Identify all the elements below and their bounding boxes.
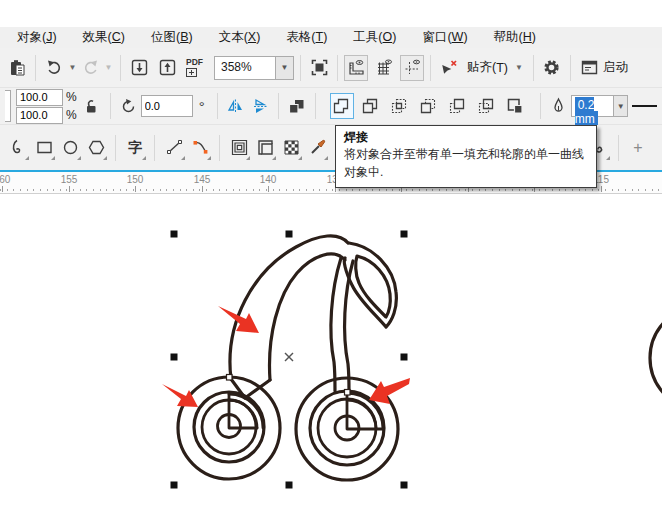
mirror-vertical-button[interactable] <box>248 93 272 119</box>
remove-back-icon <box>448 97 467 116</box>
boundary-button[interactable] <box>504 93 528 119</box>
toggle-rulers-button[interactable] <box>344 55 368 81</box>
snap-dropdown-arrow: ▼ <box>514 63 524 72</box>
gear-icon <box>542 58 561 77</box>
to-front-icon <box>287 97 306 116</box>
snap-to-menu[interactable]: 贴齐(T) ▼ <box>464 55 527 81</box>
export-button[interactable] <box>155 55 179 81</box>
separator <box>115 135 116 161</box>
ruler-minor-ticks <box>0 189 662 191</box>
import-icon <box>130 58 149 77</box>
outline-style-preview[interactable] <box>632 105 657 107</box>
degree-symbol: ° <box>199 98 205 115</box>
trim-button[interactable] <box>359 93 383 119</box>
line-tool-icon <box>165 138 184 157</box>
pattern-fill-tool[interactable] <box>278 133 304 163</box>
unlock-icon <box>82 97 101 116</box>
lock-ratio-button[interactable] <box>80 93 104 119</box>
outline-width-combo[interactable]: 0.2 mm ▼ <box>571 95 629 117</box>
order-button[interactable] <box>285 93 309 119</box>
arrow-stem <box>218 306 259 333</box>
offscreen-circle-object[interactable] <box>650 306 662 410</box>
scale-x-field[interactable] <box>16 89 63 106</box>
weld-tooltip: 焊接 将对象合并至带有单一填充和轮廓的单一曲线对象中. <box>335 125 597 188</box>
simplify-button[interactable] <box>417 93 441 119</box>
title-bar <box>0 0 662 27</box>
launch-icon <box>580 58 599 77</box>
launch-button[interactable]: 启动 <box>577 55 631 81</box>
redo-dropdown[interactable]: ▼ <box>102 55 114 81</box>
mirror-horizontal-button[interactable] <box>224 93 248 119</box>
polygon-tool[interactable] <box>83 133 109 163</box>
eyedropper-tool[interactable] <box>304 133 330 163</box>
menu-tools[interactable]: 工具(O) <box>340 27 409 48</box>
line-tool[interactable] <box>161 133 187 163</box>
menu-bitmaps[interactable]: 位图(B) <box>138 27 206 48</box>
ellipse-tool[interactable] <box>57 133 83 163</box>
property-bar: % % ° <box>0 88 662 125</box>
shadow-tool[interactable] <box>252 133 278 163</box>
menu-bar: 对象(J) 效果(C) 位图(B) 文本(X) 表格(T) 工具(O) 窗口(W… <box>0 27 662 48</box>
scale-y-field[interactable] <box>16 107 63 124</box>
zoom-dropdown-arrow[interactable]: ▼ <box>275 57 293 79</box>
curve-nodes[interactable] <box>227 375 351 396</box>
publish-pdf-button[interactable]: PDF <box>183 55 206 81</box>
remove-back-button[interactable] <box>446 93 470 119</box>
add-tool-button[interactable]: + <box>625 133 651 163</box>
contour-tool[interactable] <box>226 133 252 163</box>
menu-table[interactable]: 表格(T) <box>273 27 340 48</box>
menu-effects[interactable]: 效果(C) <box>70 27 138 48</box>
outline-width-dropdown[interactable]: ▼ <box>613 96 627 116</box>
fullscreen-preview-button[interactable] <box>307 55 331 81</box>
import-button[interactable] <box>127 55 151 81</box>
text-tool-icon: 字 <box>128 139 142 157</box>
rectangle-icon <box>35 138 54 157</box>
selection-center-marker[interactable] <box>285 353 293 361</box>
paste-button[interactable] <box>5 55 29 81</box>
outline-pen-wrap <box>547 93 571 119</box>
selection-handles[interactable] <box>171 231 408 489</box>
text-tool[interactable]: 字 <box>122 133 148 163</box>
zoom-level-value[interactable]: 358% <box>215 57 267 79</box>
separator <box>35 55 36 81</box>
toggle-grid-button[interactable] <box>372 55 396 81</box>
freehand-tool[interactable] <box>5 133 31 163</box>
menu-text[interactable]: 文本(X) <box>206 27 274 48</box>
undo-dropdown[interactable]: ▼ <box>66 55 78 81</box>
arrow-left-cherry <box>162 384 198 407</box>
intersect-icon <box>390 97 409 116</box>
contour-icon <box>230 138 249 157</box>
undo-button[interactable] <box>42 55 66 81</box>
fullscreen-icon <box>310 58 329 77</box>
freehand-icon <box>9 138 28 157</box>
export-icon <box>158 58 177 77</box>
eyedropper-icon <box>308 138 327 157</box>
separator <box>430 55 431 81</box>
drawing-canvas[interactable] <box>0 194 662 516</box>
remove-front-icon <box>477 97 496 116</box>
coreldraw-window: { "menu": { "items": [ {"pre":"对象(","key… <box>0 0 662 516</box>
standard-toolbar: ▼ ▼ PDF 358% ▼ 贴齐(T) ▼ <box>0 48 662 88</box>
separator <box>120 55 121 81</box>
bezier-tool[interactable] <box>187 133 213 163</box>
rotation-angle-field[interactable] <box>141 95 193 117</box>
menu-help[interactable]: 帮助(H) <box>481 27 549 48</box>
separator <box>278 93 279 119</box>
shadow-icon <box>256 138 275 157</box>
weld-button[interactable] <box>330 93 354 119</box>
menu-object[interactable]: 对象(J) <box>4 27 70 48</box>
snap-off-button[interactable] <box>437 55 461 81</box>
intersect-button[interactable] <box>388 93 412 119</box>
redo-button[interactable] <box>78 55 102 81</box>
remove-front-button[interactable] <box>475 93 499 119</box>
rotation-icon-wrap <box>117 93 141 119</box>
simplify-icon <box>419 97 438 116</box>
tooltip-title: 焊接 <box>344 129 588 146</box>
separator <box>217 93 218 119</box>
separator <box>219 135 220 161</box>
options-button[interactable] <box>540 55 564 81</box>
menu-window[interactable]: 窗口(W) <box>409 27 480 48</box>
toggle-guidelines-button[interactable] <box>400 55 424 81</box>
rectangle-tool[interactable] <box>31 133 57 163</box>
zoom-level-combo[interactable]: 358% ▼ <box>214 56 294 80</box>
